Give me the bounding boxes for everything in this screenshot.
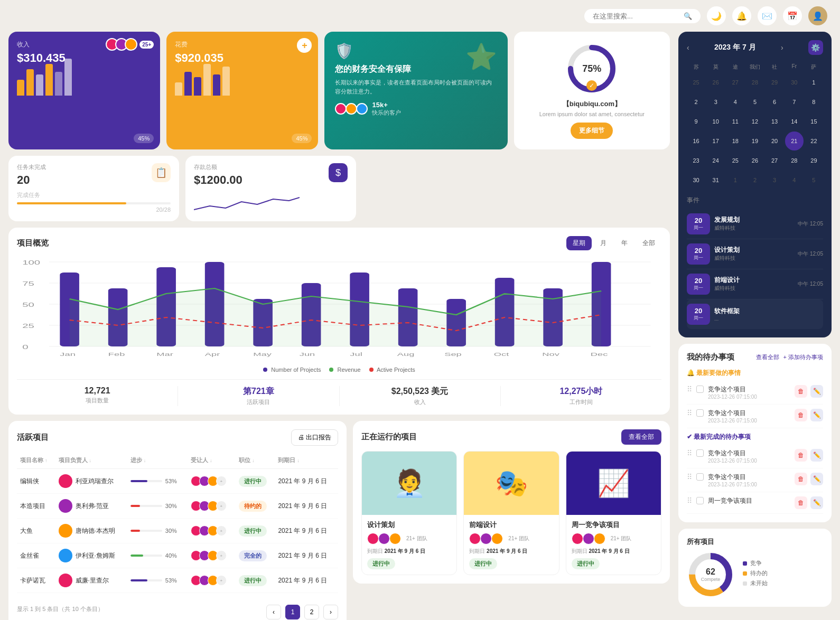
- cal-day-4[interactable]: 4: [785, 171, 804, 190]
- export-button[interactable]: 🖨 出口报告: [291, 429, 338, 446]
- project-status-badge-1: 进行中: [469, 558, 497, 569]
- cal-day-28[interactable]: 28: [745, 73, 764, 91]
- cal-gear-btn[interactable]: ⚙️: [808, 40, 823, 55]
- cal-day-29[interactable]: 29: [766, 73, 784, 91]
- cal-day-10[interactable]: 10: [706, 112, 725, 130]
- cal-day-30[interactable]: 30: [687, 171, 705, 190]
- cal-day-4[interactable]: 4: [726, 92, 744, 111]
- project-progress-1: 30%: [127, 494, 188, 519]
- page-2-btn[interactable]: 2: [304, 605, 319, 619]
- calendar-icon-btn[interactable]: 📅: [783, 6, 802, 25]
- cal-day-16[interactable]: 16: [687, 131, 705, 150]
- legend-active: Active Projects: [369, 367, 415, 373]
- cal-day-26[interactable]: 26: [706, 73, 725, 91]
- tab-all[interactable]: 全部: [636, 236, 661, 250]
- cal-day-18[interactable]: 18: [726, 131, 744, 150]
- edit-todo-urgent-items-1[interactable]: ✏️: [810, 409, 823, 421]
- delete-extra-btn[interactable]: 🗑: [795, 496, 807, 509]
- moon-icon-btn[interactable]: 🌙: [707, 6, 726, 25]
- todo-check-urgent-items-0[interactable]: [696, 386, 704, 393]
- todo-check-extra[interactable]: [696, 497, 704, 504]
- cal-day-12[interactable]: 12: [745, 112, 764, 130]
- cal-day-3[interactable]: 3: [766, 171, 784, 190]
- drag-handle-extra[interactable]: ⠿: [687, 496, 692, 505]
- cal-day-8[interactable]: 8: [805, 92, 823, 111]
- stat-revenue-value: $2,50,523 美元: [340, 386, 500, 397]
- search-box[interactable]: 🔍: [584, 9, 701, 23]
- project-name-2: 大鱼: [17, 519, 55, 543]
- delete-todo-urgent-items-0[interactable]: 🗑: [795, 385, 807, 398]
- cal-day-17[interactable]: 17: [706, 131, 725, 150]
- customers-label: 快乐的客户: [372, 109, 401, 117]
- cal-prev-btn[interactable]: ‹: [687, 43, 689, 52]
- edit-todo-completed-items-0[interactable]: ✏️: [810, 449, 823, 462]
- running-cards-row: 🧑‍💼 设计策划 21+ 团队 到期日 2021 年 9 月 6 日 进行中: [361, 451, 661, 575]
- cal-day-5[interactable]: 5: [745, 92, 764, 111]
- cal-day-20[interactable]: 20: [766, 131, 784, 150]
- cal-day-6[interactable]: 6: [766, 92, 784, 111]
- prev-page-btn[interactable]: ‹: [266, 605, 281, 619]
- page-1-btn[interactable]: 1: [285, 605, 300, 619]
- bell-icon-btn[interactable]: 🔔: [732, 6, 751, 25]
- cal-day-30[interactable]: 30: [785, 73, 804, 91]
- cal-day-31[interactable]: 31: [706, 171, 725, 190]
- cal-day-1[interactable]: 1: [726, 171, 744, 190]
- cal-day-7[interactable]: 7: [785, 92, 804, 111]
- cal-day-13[interactable]: 13: [766, 112, 784, 130]
- legend-not-started-label: 未开始: [750, 579, 768, 587]
- drag-handle-urgent-items-0[interactable]: ⠿: [687, 385, 692, 393]
- user-avatar[interactable]: 👤: [808, 6, 827, 25]
- tab-year[interactable]: 年: [615, 236, 634, 250]
- todo-check-completed-items-1[interactable]: [696, 473, 704, 481]
- todo-check-urgent-items-1[interactable]: [696, 409, 704, 417]
- cal-day-27[interactable]: 27: [766, 152, 784, 170]
- cal-next-btn[interactable]: ›: [781, 43, 783, 52]
- delete-todo-completed-items-1[interactable]: 🗑: [795, 473, 807, 485]
- detail-button[interactable]: 更多细节: [571, 123, 613, 139]
- tab-week[interactable]: 星期: [566, 236, 592, 250]
- next-page-btn[interactable]: ›: [323, 605, 338, 619]
- cal-day-19[interactable]: 19: [745, 131, 764, 150]
- running-view-all-btn[interactable]: 查看全部: [621, 429, 661, 445]
- cal-day-25[interactable]: 25: [726, 152, 744, 170]
- cal-day-2[interactable]: 2: [687, 92, 705, 111]
- add-todo[interactable]: + 添加待办事项: [783, 353, 823, 361]
- search-input[interactable]: [593, 12, 679, 20]
- delete-todo-urgent-items-1[interactable]: 🗑: [795, 409, 807, 421]
- team-label-2: 21+ 团队: [611, 535, 632, 542]
- cal-day-15[interactable]: 15: [805, 112, 823, 130]
- mail-icon-btn[interactable]: ✉️: [758, 6, 777, 25]
- cal-day-26[interactable]: 26: [745, 152, 764, 170]
- tab-month[interactable]: 月: [594, 236, 613, 250]
- cal-day-29[interactable]: 29: [805, 152, 823, 170]
- delete-todo-completed-items-0[interactable]: 🗑: [795, 449, 807, 462]
- todo-check-completed-items-0[interactable]: [696, 449, 704, 457]
- cal-day-22[interactable]: 22: [805, 131, 823, 150]
- edit-todo-urgent-items-0[interactable]: ✏️: [810, 385, 823, 398]
- cal-day-11[interactable]: 11: [726, 112, 744, 130]
- savings-card: 存款总额 $1200.00 $: [185, 156, 356, 221]
- drag-handle-completed-items-1[interactable]: ⠿: [687, 473, 692, 481]
- edit-extra-btn[interactable]: ✏️: [810, 496, 823, 509]
- cal-day-25[interactable]: 25: [687, 73, 705, 91]
- drag-handle-urgent-items-1[interactable]: ⠿: [687, 409, 692, 417]
- running-project-card-2: 📈 周一竞争该项目 21+ 团队 到期日 2021 年 9 月 6 日 进行中: [566, 451, 661, 575]
- stat-revenue: $2,50,523 美元 收入: [340, 386, 501, 406]
- cal-day-5[interactable]: 5: [805, 171, 823, 190]
- cal-day-21[interactable]: 21: [785, 131, 804, 150]
- add-expense-btn[interactable]: +: [297, 38, 312, 53]
- cal-day-9[interactable]: 9: [687, 112, 705, 130]
- edit-todo-completed-items-1[interactable]: ✏️: [810, 473, 823, 485]
- drag-handle-completed-items-0[interactable]: ⠿: [687, 449, 692, 457]
- cal-day-3[interactable]: 3: [706, 92, 725, 111]
- cal-day-14[interactable]: 14: [785, 112, 804, 130]
- expense-percent-value: 45%: [296, 135, 307, 142]
- cal-day-27[interactable]: 27: [726, 73, 744, 91]
- cal-day-24[interactable]: 24: [706, 152, 725, 170]
- cal-day-1[interactable]: 1: [805, 73, 823, 91]
- view-all-todo[interactable]: 查看全部: [756, 353, 779, 361]
- cal-day-28[interactable]: 28: [785, 152, 804, 170]
- cal-day-23[interactable]: 23: [687, 152, 705, 170]
- extra-todo-text: 周一竞争该项目: [708, 496, 790, 505]
- cal-day-2[interactable]: 2: [745, 171, 764, 190]
